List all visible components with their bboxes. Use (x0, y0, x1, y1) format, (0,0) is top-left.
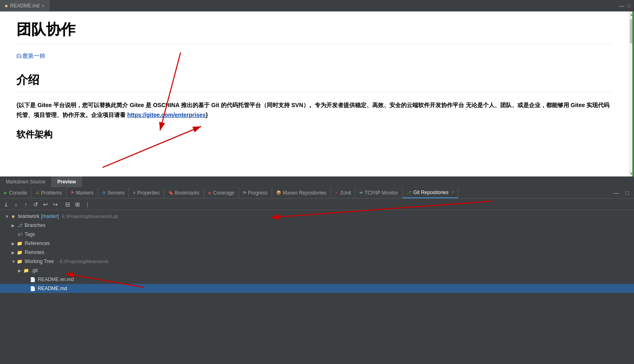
tree-item-working-tree[interactable]: ▼ 📁 Working Tree - E:\Projects\git\teamw… (0, 257, 634, 266)
tab-junit[interactable]: ✓ JUnit (331, 187, 355, 198)
working-tree-icon: 📁 (16, 258, 23, 265)
readme-md-label: README.md (38, 286, 67, 291)
console-icon: ▶ (4, 190, 7, 195)
git-label: Git Repositories (413, 190, 448, 195)
push-button[interactable]: ↑ (21, 200, 30, 209)
tab-git-repositories[interactable]: ⎇ Git Repositories × (403, 187, 458, 198)
bookmarks-label: Bookmarks (175, 190, 199, 196)
tcpip-label: TCP/IP Monitor (364, 190, 398, 196)
problems-label: Problems (41, 190, 62, 196)
remotes-arrow: ▶ (11, 250, 16, 255)
tab-bookmarks[interactable]: 🔖 Bookmarks (164, 187, 204, 198)
tree-item-remotes[interactable]: ▶ 📁 Remotes (0, 248, 634, 257)
git-tab-close[interactable]: × (452, 190, 454, 195)
markdown-source-label: Markdown Source (6, 179, 46, 185)
editor-mode-tabs: Markdown Source Preview (0, 176, 634, 187)
remotes-icon: 📁 (16, 249, 23, 256)
progress-icon: ⟳ (243, 190, 246, 195)
file-icon: ■ (5, 3, 8, 8)
tab-markers[interactable]: ⚑ Markers (66, 187, 98, 198)
servers-label: Servers (108, 190, 124, 196)
bookmarks-icon: 🔖 (168, 190, 173, 195)
markers-label: Markers (76, 190, 94, 196)
git-folder-icon: 📁 (23, 267, 30, 274)
redo-button[interactable]: ↪ (51, 200, 60, 209)
close-tab-button[interactable]: × (42, 3, 44, 8)
desc-suffix: } (206, 112, 208, 118)
doc-title: 团队协作 (16, 20, 613, 44)
repo-icon: ■ (10, 213, 16, 220)
minimize-editor-button[interactable]: — (619, 2, 625, 9)
maven-icon: 📦 (276, 190, 281, 195)
working-tree-arrow: ▼ (11, 259, 16, 264)
readme-en-label: README.en.md (38, 277, 74, 282)
git-toolbar: ⤓ ↓ ↑ ↺ ↩ ↪ ⊟ ⊞ ⋮ (0, 199, 634, 210)
bottom-panel: ▶ Console ⚠ Problems ⚑ Markers ⚙ Servers… (0, 187, 634, 364)
tab-coverage[interactable]: ◈ Coverage (204, 187, 239, 198)
tab-maven[interactable]: 📦 Maven Repositories (272, 187, 331, 198)
properties-icon: ≡ (133, 190, 135, 195)
coverage-label: Coverage (213, 190, 234, 196)
panel-tabs-bar: ▶ Console ⚠ Problems ⚑ Markers ⚙ Servers… (0, 187, 634, 199)
tree-item-branches[interactable]: ▶ ⎇ Branches (0, 221, 634, 230)
tab-label: README.md (10, 3, 39, 9)
collapse-all-button[interactable]: ⊟ (63, 200, 72, 209)
tab-properties[interactable]: ≡ Properties (129, 187, 164, 198)
problems-icon: ⚠ (36, 190, 39, 195)
tree-item-git-folder[interactable]: ▶ 📁 .git (0, 266, 634, 275)
tab-progress[interactable]: ⟳ Progress (239, 187, 272, 198)
desc-paragraph: {以下是 Gitee 平台说明，您可以替换此简介 Gitee 是 OSCHINA… (16, 101, 613, 120)
tree-item-readme-md[interactable]: 📄 README.md (0, 284, 634, 293)
pull-button[interactable]: ↓ (11, 200, 21, 209)
editor-scroll-area: 团队协作 白鹿第一帅 介绍 {以下是 Gitee 平台说明，您可以替换此简介 G… (0, 11, 634, 176)
panel-window-controls: — □ (612, 190, 634, 196)
repo-path: E:\Projects\git\teamwork\.git (62, 214, 118, 219)
maximize-editor-button[interactable]: □ (628, 3, 631, 9)
editor-content: 团队协作 白鹿第一帅 介绍 {以下是 Gitee 平台说明，您可以替换此简介 G… (0, 11, 629, 176)
working-tree-label: Working Tree (25, 259, 54, 264)
intro-heading: 介绍 (16, 72, 613, 92)
more-button[interactable]: ⋮ (83, 200, 92, 209)
tab-console[interactable]: ▶ Console (0, 187, 32, 198)
tree-root-teamwork[interactable]: ▼ ■ teamwork [master] E:\Projects\git\te… (0, 212, 634, 221)
preview-tab[interactable]: Preview (52, 176, 82, 187)
git-tree-area: ▼ ■ teamwork [master] E:\Projects\git\te… (0, 210, 634, 364)
tab-problems[interactable]: ⚠ Problems (32, 187, 66, 198)
console-label: Console (9, 190, 27, 196)
maven-label: Maven Repositories (283, 190, 326, 196)
tab-servers[interactable]: ⚙ Servers (98, 187, 129, 198)
servers-icon: ⚙ (102, 190, 106, 195)
minimize-panel-button[interactable]: — (612, 190, 621, 196)
reset-button[interactable]: ↺ (31, 200, 40, 209)
arch-heading: 软件架构 (16, 128, 613, 141)
tab-tcpip[interactable]: ⇌ TCP/IP Monitor (355, 187, 403, 198)
readme-tab[interactable]: ■ README.md × (0, 0, 50, 11)
properties-label: Properties (137, 190, 160, 196)
expand-all-button[interactable]: ⊞ (73, 200, 82, 209)
fetch-button[interactable]: ⤓ (2, 200, 11, 209)
repo-name: teamwork (18, 213, 39, 219)
maximize-panel-button[interactable]: □ (624, 190, 631, 196)
tree-item-references[interactable]: ▶ 📁 References (0, 239, 634, 248)
references-label: References (25, 240, 50, 246)
tags-label: Tags (25, 231, 35, 237)
author-link[interactable]: 白鹿第一帅 (16, 53, 613, 60)
tcpip-icon: ⇌ (359, 190, 363, 195)
tags-icon: 🏷 (16, 231, 23, 238)
green-indicator (632, 11, 634, 176)
branches-icon: ⎇ (16, 222, 23, 229)
markers-icon: ⚑ (71, 190, 74, 195)
gitee-enterprises-link[interactable]: https://gitee.com/enterprises (127, 112, 206, 118)
repo-branch-badge: [master] (41, 213, 59, 219)
references-arrow: ▶ (11, 241, 16, 246)
junit-icon: ✓ (335, 190, 338, 195)
preview-label: Preview (57, 179, 76, 185)
coverage-icon: ◈ (208, 190, 211, 195)
markdown-source-tab[interactable]: Markdown Source (0, 176, 52, 187)
tree-item-readme-en[interactable]: 📄 README.en.md (0, 275, 634, 284)
git-icon: ⎇ (407, 190, 412, 195)
editor-tab-bar: ■ README.md × — □ (0, 0, 634, 11)
remotes-label: Remotes (25, 250, 44, 255)
tree-item-tags[interactable]: 🏷 Tags (0, 230, 634, 239)
undo-button[interactable]: ↩ (41, 200, 50, 209)
